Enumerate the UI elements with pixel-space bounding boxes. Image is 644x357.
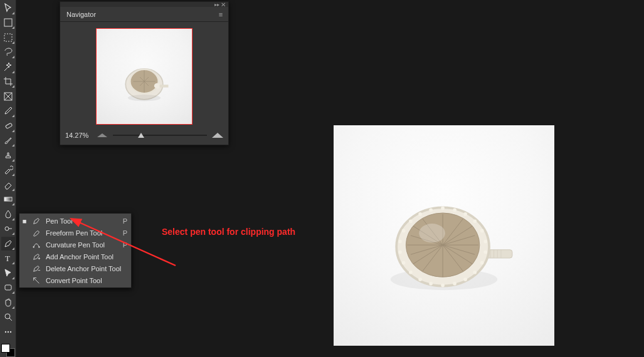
selected-mark-icon: ■ [22, 217, 27, 225]
svg-rect-5 [5, 123, 12, 128]
document-canvas[interactable] [334, 125, 554, 346]
svg-point-51 [453, 208, 457, 212]
svg-point-68 [402, 229, 406, 232]
zoom-icon [3, 312, 13, 322]
flyout-curvature-pen-tool[interactable]: Curvature Pen Tool P [19, 239, 131, 251]
svg-point-59 [463, 277, 467, 281]
svg-point-21 [128, 95, 161, 101]
svg-point-63 [418, 277, 422, 281]
svg-point-70 [418, 212, 422, 216]
pen-tool[interactable] [1, 237, 15, 251]
svg-rect-10 [5, 285, 11, 290]
brush-tool[interactable] [1, 134, 15, 148]
panel-menu-icon[interactable]: ≡ [213, 11, 228, 18]
zoom-tool[interactable] [1, 311, 15, 324]
svg-point-53 [473, 219, 477, 223]
zoom-out-icon[interactable] [97, 132, 108, 139]
ring-thumbnail-image [116, 59, 172, 103]
flyout-delete-anchor-tool[interactable]: Delete Anchor Point Tool [19, 262, 131, 274]
artboard-tool[interactable] [1, 16, 15, 30]
svg-point-54 [480, 229, 484, 232]
color-swatches[interactable] [1, 344, 15, 358]
edit-toolbar[interactable] [1, 325, 15, 339]
flyout-label: Delete Anchor Point Tool [46, 265, 124, 272]
svg-point-61 [441, 283, 445, 287]
svg-point-49 [419, 224, 445, 242]
quick-select-tool[interactable] [1, 60, 15, 74]
dodge-tool[interactable] [1, 222, 15, 236]
frame-icon [3, 91, 13, 101]
marquee-tool[interactable] [1, 31, 15, 44]
toolbar: T [0, 0, 16, 357]
gradient-tool[interactable] [1, 193, 15, 207]
fg-color-swatch[interactable] [1, 344, 10, 353]
convert-point-icon [31, 276, 42, 285]
svg-point-52 [463, 212, 467, 216]
pen-icon [31, 217, 42, 225]
flyout-label: Add Anchor Point Tool [46, 253, 124, 261]
edit-toolbar-icon [3, 327, 13, 337]
zoom-value[interactable]: 14.27% [65, 132, 92, 139]
annotation-text: Select pen tool for clipping path [162, 227, 295, 237]
flyout-convert-point-tool[interactable]: Convert Point Tool [19, 274, 131, 286]
svg-point-67 [398, 239, 402, 243]
path-select-tool[interactable] [1, 266, 15, 280]
history-brush-tool[interactable] [1, 163, 15, 177]
panel-header: ▸▸ ✕ [60, 2, 228, 7]
svg-point-62 [429, 281, 433, 285]
svg-point-25 [38, 246, 40, 247]
flyout-pen-tool[interactable]: ■ Pen Tool P [19, 215, 131, 227]
svg-text:T: T [5, 254, 10, 263]
svg-point-11 [5, 314, 10, 319]
hand-tool[interactable] [1, 296, 15, 309]
svg-point-13 [4, 331, 6, 333]
svg-point-56 [483, 250, 487, 254]
ring-image [372, 190, 516, 303]
crop-tool[interactable] [1, 75, 15, 89]
navigator-tab[interactable]: Navigator [60, 8, 102, 21]
svg-rect-6 [4, 197, 12, 201]
svg-point-15 [9, 331, 11, 333]
frame-tool[interactable] [1, 90, 15, 103]
delete-anchor-icon [31, 264, 42, 273]
flyout-add-anchor-tool[interactable]: Add Anchor Point Tool [19, 251, 131, 262]
type-tool[interactable]: T [1, 252, 15, 266]
collapse-icon[interactable]: ▸▸ [214, 2, 219, 8]
shape-tool[interactable] [1, 281, 15, 295]
zoom-slider-thumb[interactable] [138, 133, 144, 138]
svg-marker-22 [97, 133, 107, 137]
svg-rect-0 [4, 19, 12, 26]
clone-stamp-tool[interactable] [1, 148, 15, 162]
svg-point-57 [480, 261, 484, 264]
flyout-freeform-pen-tool[interactable]: Freeform Pen Tool P [19, 227, 131, 239]
svg-line-12 [9, 318, 12, 321]
svg-rect-20 [160, 85, 169, 87]
flyout-label: Pen Tool [46, 217, 119, 225]
zoom-slider[interactable] [113, 131, 207, 140]
flyout-shortcut: P [123, 229, 127, 237]
blur-tool[interactable] [1, 207, 15, 221]
flyout-shortcut: P [123, 217, 127, 225]
zoom-in-icon[interactable] [212, 132, 223, 139]
freeform-pen-icon [31, 229, 42, 237]
move-tool[interactable] [1, 1, 15, 15]
flyout-label: Freeform Pen Tool [46, 229, 119, 237]
svg-point-60 [453, 281, 457, 285]
eraser-tool[interactable] [1, 178, 15, 192]
svg-point-69 [409, 219, 413, 223]
svg-point-66 [398, 250, 402, 254]
navigator-panel: ▸▸ ✕ Navigator ≡ 14.27% [60, 1, 229, 145]
svg-marker-23 [212, 133, 223, 138]
pen-tool-flyout: ■ Pen Tool P Freeform Pen Tool P Curvatu… [19, 213, 132, 288]
close-icon[interactable]: ✕ [221, 1, 226, 8]
svg-point-24 [33, 246, 34, 247]
flyout-shortcut: P [123, 241, 127, 249]
svg-point-50 [441, 206, 445, 210]
svg-point-7 [5, 227, 9, 230]
healing-tool[interactable] [1, 119, 15, 133]
lasso-tool[interactable] [1, 46, 15, 59]
flyout-label: Convert Point Tool [46, 277, 124, 284]
eyedropper-tool[interactable] [1, 105, 15, 118]
curvature-pen-icon [31, 241, 42, 249]
navigator-thumbnail[interactable] [96, 28, 193, 125]
